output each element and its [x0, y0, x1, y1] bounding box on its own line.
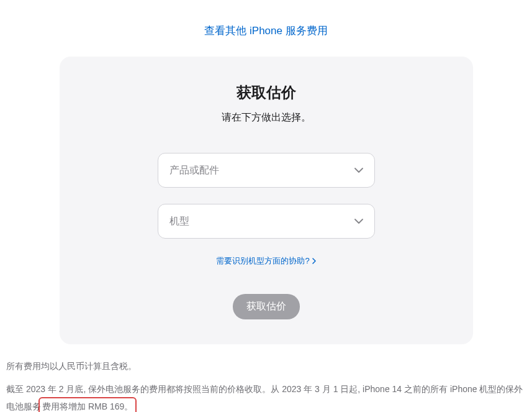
disclaimer-line-1: 所有费用均以人民币计算且含税。: [6, 358, 526, 375]
disclaimer-line-2: 截至 2023 年 2 月底, 保外电池服务的费用都将按照当前的价格收取。从 2…: [6, 381, 526, 412]
product-select[interactable]: 产品或配件: [158, 153, 375, 188]
top-link-container: 查看其他 iPhone 服务费用: [0, 0, 532, 57]
card-title: 获取估价: [84, 83, 448, 103]
other-services-link[interactable]: 查看其他 iPhone 服务费用: [204, 25, 327, 37]
card-subtitle: 请在下方做出选择。: [84, 111, 448, 124]
price-increase-highlight: 费用将增加 RMB 169。: [38, 397, 137, 412]
chevron-down-icon: [354, 219, 363, 224]
help-link-text: 需要识别机型方面的协助?: [216, 255, 309, 267]
model-select[interactable]: 机型: [158, 204, 375, 239]
disclaimer: 所有费用均以人民币计算且含税。 截至 2023 年 2 月底, 保外电池服务的费…: [0, 344, 532, 412]
chevron-down-icon: [354, 168, 363, 173]
product-select-wrapper: 产品或配件: [158, 153, 375, 188]
product-select-placeholder: 产品或配件: [169, 164, 219, 177]
model-select-wrapper: 机型: [158, 204, 375, 239]
chevron-right-icon: [312, 257, 316, 266]
estimate-card: 获取估价 请在下方做出选择。 产品或配件 机型 需要识别机型方面的协助? 获取估…: [60, 57, 473, 344]
model-select-placeholder: 机型: [169, 215, 189, 228]
get-estimate-button[interactable]: 获取估价: [233, 294, 300, 319]
submit-row: 获取估价: [84, 294, 448, 319]
identify-model-help-link[interactable]: 需要识别机型方面的协助?: [216, 255, 315, 267]
